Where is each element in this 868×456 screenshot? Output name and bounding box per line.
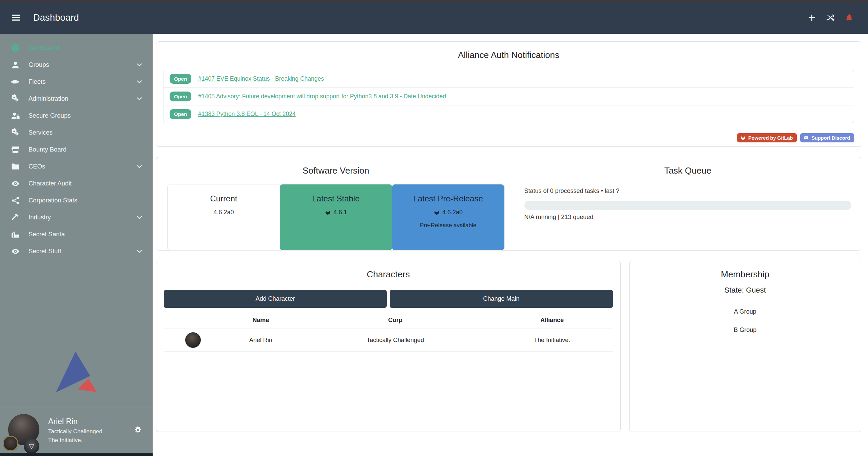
notification-link[interactable]: #1405 Advisory: Future development will … bbox=[198, 93, 446, 100]
task-queue-progressbar bbox=[524, 201, 852, 210]
navbar-icons bbox=[807, 13, 857, 22]
status-badge: Open bbox=[170, 74, 191, 84]
notifications-bell-icon[interactable] bbox=[845, 13, 854, 22]
sidebar-item-services[interactable]: Services bbox=[0, 124, 153, 141]
sidebar-item-secret-stuff[interactable]: Secret Stuff bbox=[0, 243, 153, 260]
software-version-title: Software Version bbox=[163, 165, 509, 176]
task-queue-section: Task Queue Status of 0 processed tasks •… bbox=[509, 163, 854, 245]
sidebar-item-character-audit[interactable]: Character Audit bbox=[0, 175, 153, 192]
notification-link[interactable]: #1383 Python 3.8 EOL - 14 Oct 2024 bbox=[198, 111, 295, 118]
chevron-down-icon bbox=[136, 214, 143, 221]
col-alliance: Alliance bbox=[491, 311, 613, 329]
folder-icon bbox=[10, 161, 20, 172]
user-corp: Tactically Challenged bbox=[48, 428, 102, 436]
sidebar-item-label: Secret Santa bbox=[28, 231, 143, 238]
sidebar-item-label: Corporation Stats bbox=[28, 197, 143, 204]
add-icon[interactable] bbox=[807, 13, 816, 22]
sidebar-item-label: Secure Groups bbox=[28, 112, 143, 119]
characters-table-header: NameCorpAlliance bbox=[164, 311, 613, 329]
sidebar-item-dashboard[interactable]: Dashboard bbox=[0, 39, 153, 56]
notifications-list: Open#1407 EVE Equinox Status - Breaking … bbox=[163, 70, 854, 123]
user-avatar-wrap: ▽ bbox=[8, 414, 41, 447]
col-portrait bbox=[164, 311, 222, 329]
membership-state: State: Guest bbox=[636, 286, 854, 295]
hammer-icon bbox=[10, 212, 20, 222]
sidebar-item-label: Bounty Board bbox=[28, 146, 143, 153]
sidebar-item-secret-santa[interactable]: Secret Santa bbox=[0, 226, 153, 243]
version-box-stable: Latest Stable4.6.1 bbox=[280, 184, 392, 250]
notifications-title: Alliance Auth Notifications bbox=[163, 50, 854, 60]
status-badge: Open bbox=[170, 109, 191, 119]
sidebar-item-label: Services bbox=[28, 129, 143, 136]
character-corp: Tactically Challenged bbox=[300, 329, 491, 352]
notification-row: Open#1405 Advisory: Future development w… bbox=[163, 87, 854, 105]
col-corp: Corp bbox=[300, 311, 491, 329]
alliance-logo bbox=[0, 348, 153, 395]
software-version-section: Software Version Current4.6.2a0Latest St… bbox=[163, 163, 509, 245]
sidebar-item-label: CEOs bbox=[28, 163, 136, 170]
change-main-button[interactable]: Change Main bbox=[390, 290, 613, 308]
add-character-button[interactable]: Add Character bbox=[164, 290, 387, 308]
version-boxes: Current4.6.2a0Latest Stable4.6.1Latest P… bbox=[167, 184, 505, 251]
col-name: Name bbox=[222, 311, 300, 329]
powered-by-gitlab-badge[interactable]: Powered by GitLab bbox=[737, 133, 797, 142]
sidebar-item-label: Dashboard bbox=[28, 44, 143, 52]
sidebar-item-bounty-board[interactable]: Bounty Board bbox=[0, 141, 153, 158]
gifts-icon bbox=[10, 229, 20, 239]
version-value: 4.6.2a0 bbox=[168, 209, 280, 216]
sidebar-item-fleets[interactable]: Fleets bbox=[0, 73, 153, 90]
user-lock-icon bbox=[10, 111, 20, 121]
shuffle-icon[interactable] bbox=[826, 13, 835, 22]
user-settings-gear-icon[interactable] bbox=[133, 425, 142, 435]
user-panel: ▽ Ariel Rin Tactically Challenged The In… bbox=[0, 407, 153, 456]
character-name: Ariel Rin bbox=[222, 329, 300, 352]
support-discord-badge[interactable]: Support Discord bbox=[800, 133, 854, 142]
task-queue-summary: N/A running | 213 queued bbox=[524, 214, 852, 221]
sidebar: DashboardGroupsFleetsAdministrationSecur… bbox=[0, 34, 153, 456]
badge-label: Support Discord bbox=[811, 135, 850, 141]
task-queue-title: Task Queue bbox=[524, 165, 852, 176]
notifications-footer-badges: Powered by GitLabSupport Discord bbox=[737, 133, 854, 142]
menu-hamburger-icon[interactable] bbox=[11, 13, 21, 23]
top-navbar: Dashboard bbox=[0, 1, 868, 34]
alliance-logo-badge: ▽ bbox=[24, 438, 39, 454]
sidebar-item-secure-groups[interactable]: Secure Groups bbox=[0, 107, 153, 124]
main-content: Alliance Auth Notifications Open#1407 EV… bbox=[153, 34, 868, 456]
sidebar-item-administration[interactable]: Administration bbox=[0, 90, 153, 107]
version-box-label: Latest Stable bbox=[280, 194, 392, 203]
notification-link[interactable]: #1407 EVE Equinox Status - Breaking Chan… bbox=[198, 75, 324, 82]
sidebar-item-label: Character Audit bbox=[28, 180, 143, 187]
sidebar-item-label: Groups bbox=[28, 61, 136, 68]
characters-panel: Characters Add Character Change Main Nam… bbox=[156, 261, 621, 432]
version-box-label: Latest Pre-Release bbox=[392, 194, 504, 203]
store-icon bbox=[10, 144, 20, 155]
sidebar-spacer bbox=[0, 260, 153, 348]
badge-label: Powered by GitLab bbox=[748, 135, 793, 141]
membership-groups: A GroupB Group bbox=[636, 303, 854, 339]
chevron-down-icon bbox=[136, 247, 143, 255]
user-alliance: The Initiative. bbox=[48, 437, 102, 444]
notification-row: Open#1383 Python 3.8 EOL - 14 Oct 2024 bbox=[163, 105, 854, 123]
sidebar-item-label: Administration bbox=[28, 95, 136, 102]
version-box-label: Current bbox=[168, 194, 280, 203]
characters-table: NameCorpAlliance Ariel RinTactically Cha… bbox=[164, 311, 613, 352]
sidebar-item-groups[interactable]: Groups bbox=[0, 56, 153, 73]
sidebar-item-corporation-stats[interactable]: Corporation Stats bbox=[0, 192, 153, 209]
status-badge: Open bbox=[170, 92, 191, 101]
sidebar-item-industry[interactable]: Industry bbox=[0, 209, 153, 226]
membership-title: Membership bbox=[636, 269, 854, 280]
sidebar-footer-strip bbox=[0, 453, 153, 456]
software-taskqueue-panel: Software Version Current4.6.2a0Latest St… bbox=[156, 157, 861, 251]
sidebar-item-label: Fleets bbox=[28, 78, 136, 85]
version-box-pre: Latest Pre-Release4.6.2a0Pre-Release ava… bbox=[392, 184, 504, 250]
eye-icon bbox=[10, 178, 20, 189]
gears-icon bbox=[10, 94, 20, 104]
share-icon bbox=[10, 195, 20, 205]
chevron-down-icon bbox=[136, 78, 143, 85]
version-note: Pre-Release available bbox=[392, 222, 504, 229]
sidebar-item-ceos[interactable]: CEOs bbox=[0, 158, 153, 175]
eye-icon bbox=[10, 246, 20, 256]
membership-group-row: A Group bbox=[636, 303, 854, 321]
user-icon bbox=[10, 60, 20, 70]
version-value: 4.6.1 bbox=[280, 209, 392, 216]
